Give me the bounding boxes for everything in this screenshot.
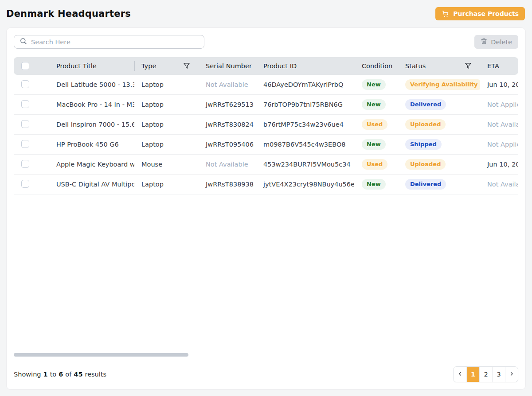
serial-cell: JwRRsT629513 (199, 101, 256, 108)
status-badge: Uploaded (405, 159, 446, 170)
row-checkbox[interactable] (21, 160, 29, 168)
type-cell: Laptop (134, 101, 199, 108)
product-title-cell: USB-C Digital AV Multiport... (44, 181, 134, 188)
chevron-left-icon (458, 371, 463, 378)
purchase-products-label: Purchase Products (453, 10, 519, 17)
type-cell: Laptop (134, 81, 199, 88)
condition-badge: Used (362, 159, 387, 170)
col-type-label: Type (141, 62, 156, 70)
product-title-cell: MacBook Pro - 14 In - M3 P... (44, 101, 134, 108)
row-checkbox[interactable] (21, 120, 29, 128)
results-summary: Showing 1 to 6 of 45 results (14, 371, 106, 378)
condition-badge: Used (362, 119, 387, 130)
delete-button[interactable]: Delete (474, 35, 518, 49)
next-page-button[interactable] (505, 367, 518, 382)
horizontal-scrollbar-thumb[interactable] (14, 353, 188, 357)
condition-badge: New (362, 99, 386, 110)
search-icon (20, 37, 27, 47)
chevron-right-icon (509, 371, 514, 378)
status-badge: Delivered (405, 99, 446, 110)
status-badge: Uploaded (405, 119, 446, 130)
type-cell: Laptop (134, 181, 199, 188)
col-serial-number: Serial Number (199, 62, 256, 70)
type-cell: Laptop (134, 121, 199, 128)
row-checkbox[interactable] (21, 100, 29, 108)
table-row: Apple Magic Keyboard with... Mouse Not A… (14, 155, 518, 175)
pagination: 1 2 3 (453, 366, 518, 382)
search-input[interactable] (31, 39, 199, 46)
col-condition: Condition (354, 62, 398, 70)
eta-cell: Not Available (480, 121, 518, 128)
summary-total: 45 (74, 371, 82, 378)
prev-page-button[interactable] (454, 367, 466, 382)
card-footer: Showing 1 to 6 of 45 results 1 2 3 (14, 364, 518, 382)
table-row: Dell Latitude 5000 - 13.3 In... Laptop N… (14, 75, 518, 95)
eta-cell: Not Applicable (480, 141, 518, 148)
product-id-cell: jytVE4X23cryt98NBuy4u56e (256, 181, 354, 188)
eta-cell: Not Available (480, 181, 518, 188)
serial-cell: Not Available (199, 81, 256, 88)
table-header: Product Title Type Serial Number Product… (14, 57, 518, 75)
top-bar: Denmark Headquarters Purchase Products (0, 0, 532, 27)
summary-to: 6 (59, 371, 63, 378)
condition-badge: New (362, 139, 386, 150)
condition-badge: New (362, 79, 386, 90)
page-button-2[interactable]: 2 (479, 367, 492, 382)
purchase-products-button[interactable]: Purchase Products (435, 7, 525, 20)
product-id-cell: b76rtMP75c34w23v6ue4 (256, 121, 354, 128)
table-row: MacBook Pro - 14 In - M3 P... Laptop JwR… (14, 95, 518, 115)
row-checkbox[interactable] (21, 180, 29, 188)
trash-icon (481, 38, 487, 46)
page-button-3[interactable]: 3 (492, 367, 505, 382)
col-status: Status (398, 62, 480, 70)
status-badge: Verifying Availability (405, 79, 480, 90)
table-toolbar: Delete (14, 35, 518, 49)
col-eta: ETA (480, 62, 518, 70)
col-product-id: Product ID (256, 62, 354, 70)
delete-label: Delete (491, 39, 512, 46)
type-cell: Laptop (134, 141, 199, 148)
product-title-cell: Dell Latitude 5000 - 13.3 In... (44, 81, 134, 88)
col-type: Type (134, 62, 199, 70)
condition-badge: New (362, 179, 386, 190)
serial-cell: Not Available (199, 161, 256, 168)
table-row: HP ProBook 450 G6 Laptop JwRRsT095406 m0… (14, 135, 518, 155)
product-title-cell: Apple Magic Keyboard with... (44, 161, 134, 168)
product-title-cell: Dell Inspiron 7000 - 15.6 In... (44, 121, 134, 128)
eta-cell: Jun 10, 2025 (480, 81, 518, 88)
status-badge: Delivered (405, 179, 446, 190)
status-filter-icon[interactable] (464, 62, 472, 70)
cart-icon (442, 10, 449, 17)
eta-cell: Not Applicable (480, 101, 518, 108)
product-id-cell: 453w234BUR7I5VMou5c34 (256, 161, 354, 168)
search-box[interactable] (14, 35, 204, 49)
product-id-cell: 76rbTOP9b7tni75RBN6G (256, 101, 354, 108)
col-status-label: Status (405, 62, 426, 70)
status-badge: Shipped (405, 139, 442, 150)
product-title-cell: HP ProBook 450 G6 (44, 141, 134, 148)
serial-cell: JwRRsT095406 (199, 141, 256, 148)
table-row: Dell Inspiron 7000 - 15.6 In... Laptop J… (14, 115, 518, 135)
summary-prefix: Showing (14, 371, 41, 378)
page-button-1[interactable]: 1 (466, 367, 479, 382)
type-cell: Mouse (134, 161, 199, 168)
row-checkbox[interactable] (21, 80, 29, 88)
product-id-cell: 46DAyeDOYmTAKyriPrbQ (256, 81, 354, 88)
page-title: Denmark Headquarters (6, 8, 131, 19)
summary-from: 1 (43, 371, 48, 378)
col-product-title: Product Title (44, 62, 134, 70)
type-filter-icon[interactable] (183, 62, 191, 70)
table-row: USB-C Digital AV Multiport... Laptop JwR… (14, 175, 518, 194)
product-id-cell: m0987B6V545c4w3EBO8 (256, 141, 354, 148)
products-card: Delete Product Title Type Serial Number … (6, 27, 526, 390)
eta-cell: Jun 10, 2025 (480, 161, 518, 168)
row-checkbox[interactable] (21, 140, 29, 148)
serial-cell: JwRRsT830824 (199, 121, 256, 128)
serial-cell: JwRRsT838938 (199, 181, 256, 188)
table-body: Dell Latitude 5000 - 13.3 In... Laptop N… (14, 75, 518, 194)
select-all-checkbox[interactable] (21, 62, 29, 70)
